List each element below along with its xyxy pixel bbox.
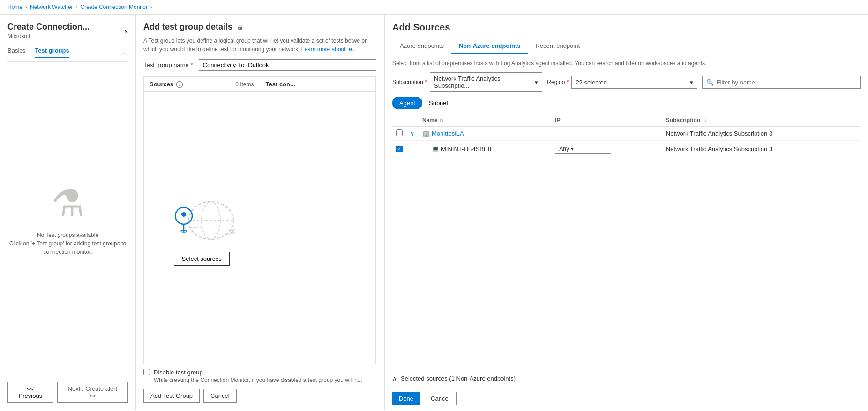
tab-non-azure-endpoints[interactable]: Non-Azure endpoints (451, 38, 528, 54)
add-test-group-button[interactable]: Add Test Group (143, 389, 200, 403)
name-column-header: Name ↑↓ (419, 114, 551, 127)
cancel-main-button[interactable]: Cancel (203, 389, 236, 403)
subnet-toggle-button[interactable]: Subnet (422, 97, 455, 109)
sources-count: 0 Items (235, 81, 254, 88)
add-sources-action-buttons: Done Cancel (385, 387, 868, 410)
flask-icon: ⚗ (51, 182, 85, 225)
test-group-name-label: Test group name * (143, 61, 193, 68)
sidebar-footer: << Previous Next : Create alert >> (7, 376, 128, 403)
page-title: Add test group details (143, 22, 232, 32)
sources-panel: Sources i 0 Items ✕ (144, 77, 260, 364)
sources-illustration: ✕ (159, 190, 244, 246)
ip-column-header: IP (551, 114, 662, 127)
region-label: Region * (547, 79, 569, 85)
sidebar-title: Create Connection... (7, 22, 90, 32)
agent-toggle-button[interactable]: Agent (392, 97, 422, 109)
disable-group-section: Disable test group While creating the Co… (143, 369, 376, 383)
selected-sources-label: Selected sources (1 Non-Azure endpoints) (401, 375, 516, 382)
row-subscription: Network Traffic Analytics Subscription 3 (662, 127, 861, 141)
test-config-panel-title: Test con... (266, 81, 295, 88)
empty-text-line1: No Test groups available (7, 231, 128, 239)
add-sources-title: Add Sources (392, 22, 861, 33)
filter-search-box[interactable]: 🔍 (702, 76, 861, 89)
test-config-panel-body (260, 92, 376, 364)
expand-column-header (406, 114, 419, 127)
sidebar-nav: Basics Test groups ... (7, 47, 128, 62)
test-group-name-field: Test group name * (143, 59, 376, 71)
description-text: A Test group lets you define a logical g… (143, 37, 376, 53)
learn-more-link[interactable]: Learn more about te... (301, 46, 357, 53)
checkbox-column-header (392, 114, 406, 127)
agent-subnet-toggle: Agent Subnet (392, 97, 861, 109)
chevron-down-icon: ▾ (690, 79, 693, 86)
sidebar-nav-basics[interactable]: Basics (7, 47, 25, 58)
empty-text-line2: Click on '+ Test group' for adding test … (7, 239, 128, 256)
filter-input[interactable] (717, 79, 856, 86)
table-row: ∨🏢MohittestLANetwork Traffic Analytics S… (392, 127, 861, 141)
workspace-icon: 🏢 (422, 130, 430, 137)
sidebar: Create Connection... Microsoft « Basics … (0, 15, 136, 410)
sidebar-nav-test-groups[interactable]: Test groups (35, 47, 69, 58)
row-subscription: Network Traffic Analytics Subscription 3 (662, 141, 861, 157)
main-content: Add test group details 🖨 A Test group le… (136, 15, 384, 410)
selected-sources-bar: ∧ Selected sources (1 Non-Azure endpoint… (385, 370, 868, 387)
disable-test-group-checkbox[interactable] (143, 369, 150, 375)
previous-button[interactable]: << Previous (7, 382, 53, 403)
sources-panel-header: Sources i 0 Items (144, 77, 260, 92)
filter-row: Subscription * Network Traffic Analytics… (392, 72, 861, 92)
done-button[interactable]: Done (392, 392, 420, 405)
disable-desc: While creating the Connection Monitor, i… (154, 377, 362, 383)
svg-text:✕: ✕ (229, 227, 236, 236)
sources-panel-body: ✕ Select sources (144, 92, 260, 364)
name-sort-icon[interactable]: ↑↓ (439, 118, 444, 123)
subscription-label: Subscription * (392, 79, 427, 85)
row-checkbox[interactable] (396, 129, 403, 136)
ip-dropdown[interactable]: Any▾ (555, 144, 611, 154)
test-configurations-panel: Test con... (260, 77, 376, 364)
search-icon: 🔍 (706, 79, 714, 86)
sources-table: Name ↑↓ IP Subscription ↑↓ ∨🏢MohittestL (392, 114, 861, 157)
svg-point-6 (181, 212, 186, 217)
computer-icon: 💻 (432, 145, 439, 152)
bottom-action-buttons: Add Test Group Cancel (143, 389, 376, 403)
chevron-down-icon: ▾ (571, 145, 574, 152)
disable-label: Disable test group (154, 369, 362, 376)
subscription-sort-icon[interactable]: ↑↓ (702, 118, 706, 123)
row-name: MohittestLA (432, 130, 464, 137)
add-sources-panel: Add Sources Azure endpoints Non-Azure en… (384, 15, 868, 410)
sources-panel-title: Sources (150, 81, 173, 88)
row-name: MININT-HB4SBE8 (441, 145, 491, 152)
breadcrumb-network-watcher[interactable]: Network Watcher (30, 4, 73, 10)
add-sources-description: Select from a list of on-premises hosts … (392, 60, 861, 67)
sidebar-subtitle: Microsoft (7, 33, 90, 39)
breadcrumb-home[interactable]: Home (7, 4, 22, 10)
chevron-down-icon: ▾ (535, 79, 538, 86)
breadcrumb: Home › Network Watcher › Create Connecti… (0, 0, 868, 15)
tab-recent-endpoint[interactable]: Recent endpoint (528, 38, 587, 54)
expand-icon[interactable]: ∨ (410, 130, 415, 137)
main-header: Add test group details 🖨 (143, 22, 376, 32)
breadcrumb-create-connection-monitor[interactable]: Create Connection Monitor (81, 4, 148, 10)
add-sources-content: Add Sources Azure endpoints Non-Azure en… (385, 15, 868, 370)
row-checkbox-checked[interactable]: ✓ (396, 146, 403, 152)
select-sources-button[interactable]: Select sources (174, 252, 230, 266)
tab-azure-endpoints[interactable]: Azure endpoints (392, 38, 451, 54)
sidebar-empty-state: ⚗ No Test groups available Click on '+ T… (7, 62, 128, 376)
add-sources-tabs: Azure endpoints Non-Azure endpoints Rece… (392, 38, 861, 54)
sources-destinations-panel: Sources i 0 Items ✕ (143, 76, 376, 364)
subscription-dropdown[interactable]: Network Traffic Analytics Subscriptio...… (430, 72, 542, 92)
subscription-column-header: Subscription ↑↓ (662, 114, 861, 127)
selected-sources-chevron[interactable]: ∧ (392, 375, 397, 382)
region-dropdown[interactable]: 22 selected ▾ (571, 76, 697, 89)
print-icon[interactable]: 🖨 (237, 23, 243, 30)
collapse-sidebar-button[interactable]: « (124, 27, 128, 35)
table-row: ✓💻MININT-HB4SBE8Any▾Network Traffic Anal… (392, 141, 861, 157)
test-group-name-input[interactable] (199, 59, 376, 71)
sidebar-nav-more[interactable]: ... (123, 49, 128, 56)
cancel-add-sources-button[interactable]: Cancel (424, 392, 456, 405)
test-config-panel-header: Test con... (260, 77, 376, 92)
next-button[interactable]: Next : Create alert >> (57, 382, 128, 403)
sources-info-icon[interactable]: i (176, 81, 183, 88)
